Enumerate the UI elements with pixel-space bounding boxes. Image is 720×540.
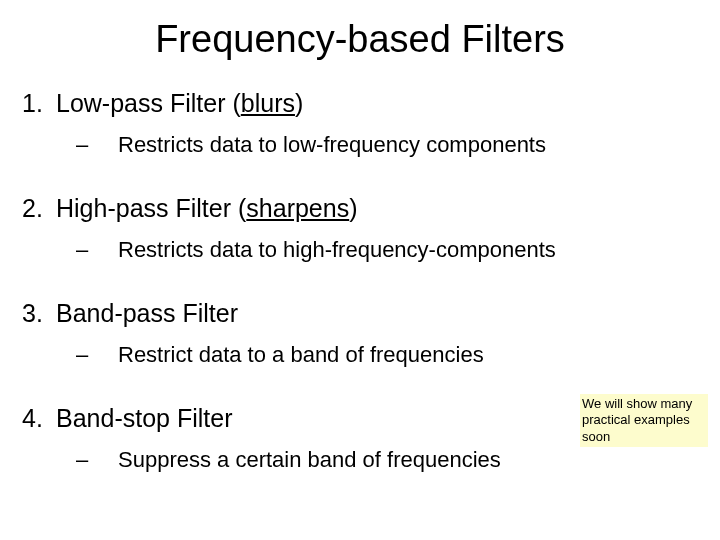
bullet-dash: – (76, 342, 118, 368)
item-heading: 1. Low-pass Filter (blurs) (22, 89, 698, 118)
slide-title: Frequency-based Filters (0, 0, 720, 71)
heading-text: ) (295, 89, 303, 117)
sub-item: –Suppress a certain band of frequencies (22, 447, 698, 473)
bullet-dash: – (76, 132, 118, 158)
item-title: Low-pass Filter (blurs) (56, 89, 303, 118)
item-title: Band-pass Filter (56, 299, 238, 328)
item-heading: 3. Band-pass Filter (22, 299, 698, 328)
sub-text: Suppress a certain band of frequencies (118, 447, 501, 472)
callout-note: We will show many practical examples soo… (580, 394, 708, 447)
item-number: 4. (22, 404, 56, 433)
heading-text: Band-pass Filter (56, 299, 238, 327)
item-number: 1. (22, 89, 56, 118)
bullet-dash: – (76, 237, 118, 263)
sub-text: Restricts data to high-frequency-compone… (118, 237, 556, 262)
heading-keyword: blurs (241, 89, 295, 117)
list-item: 1. Low-pass Filter (blurs) –Restricts da… (22, 89, 698, 158)
list-item: 3. Band-pass Filter –Restrict data to a … (22, 299, 698, 368)
heading-text: High-pass Filter ( (56, 194, 246, 222)
bullet-dash: – (76, 447, 118, 473)
sub-text: Restricts data to low-frequency componen… (118, 132, 546, 157)
sub-item: –Restricts data to high-frequency-compon… (22, 237, 698, 263)
list-item: 2. High-pass Filter (sharpens) –Restrict… (22, 194, 698, 263)
sub-item: –Restricts data to low-frequency compone… (22, 132, 698, 158)
item-number: 2. (22, 194, 56, 223)
item-heading: 2. High-pass Filter (sharpens) (22, 194, 698, 223)
item-number: 3. (22, 299, 56, 328)
sub-item: –Restrict data to a band of frequencies (22, 342, 698, 368)
heading-keyword: sharpens (246, 194, 349, 222)
heading-text: Low-pass Filter ( (56, 89, 241, 117)
heading-text: Band-stop Filter (56, 404, 232, 432)
item-title: Band-stop Filter (56, 404, 232, 433)
sub-text: Restrict data to a band of frequencies (118, 342, 484, 367)
heading-text: ) (349, 194, 357, 222)
item-title: High-pass Filter (sharpens) (56, 194, 358, 223)
